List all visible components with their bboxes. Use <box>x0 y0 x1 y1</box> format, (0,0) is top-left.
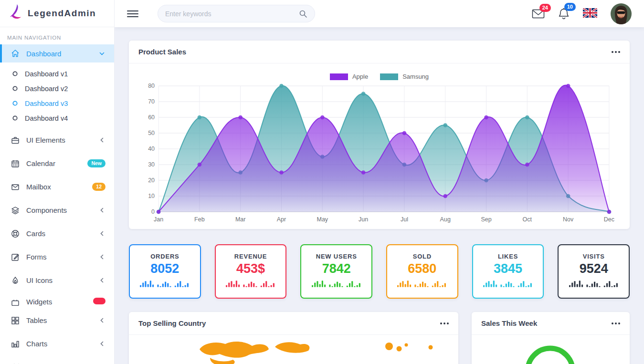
svg-text:20: 20 <box>148 177 155 184</box>
sub-item-label: Dashboard v1 <box>25 70 68 78</box>
sidebar-item-dashboard-v4[interactable]: Dashboard v4 <box>0 111 114 125</box>
sidebar-item-dashboard[interactable]: Dashboard <box>0 44 114 62</box>
chart-area: Apple Samsung 01020304050607080JanFebMar… <box>129 63 630 229</box>
svg-text:70: 70 <box>148 98 155 105</box>
sidebar-item-label: Calendar <box>26 159 87 167</box>
envelope-icon <box>11 182 20 192</box>
sidebar-item-label: Widgets <box>26 298 93 306</box>
stat-card-revenue[interactable]: REVENUE 453$ <box>215 244 287 299</box>
sparkline-chart <box>483 279 533 287</box>
circle-icon <box>12 101 18 106</box>
stat-card-likes[interactable]: LIKES 3845 <box>472 244 544 299</box>
home-icon <box>11 49 20 58</box>
sidebar-item-calendar[interactable]: Calendar New <box>0 152 114 175</box>
svg-text:Oct: Oct <box>523 216 532 223</box>
sidebar-item-dashboard-v2[interactable]: Dashboard v2 <box>0 81 114 96</box>
sidebar-item-tables[interactable]: Tables <box>0 309 114 332</box>
legend-item-apple: Apple <box>330 73 368 80</box>
messages-button[interactable]: 24 <box>532 9 545 19</box>
calendar-new-badge: New <box>87 159 106 167</box>
bottom-row: Top Selling Country <box>129 312 630 364</box>
ellipsis-menu-icon[interactable] <box>610 51 620 53</box>
chevron-left-icon <box>98 230 106 237</box>
ellipsis-menu-icon[interactable] <box>610 322 620 324</box>
map-icon <box>11 363 20 364</box>
stats-row: ORDERS 8052 REVENUE 453$ NEW USERS 7842 … <box>129 244 630 299</box>
sidebar-item-charts[interactable]: Charts <box>0 332 114 355</box>
chart-legend: Apple Samsung <box>137 73 622 80</box>
dashboard-sub-menu: Dashboard v1 Dashboard v2 Dashboard v3 D… <box>0 66 114 125</box>
notifications-count-badge: 10 <box>564 3 576 11</box>
svg-text:10: 10 <box>148 193 155 199</box>
stat-value: 8052 <box>130 261 200 276</box>
sidebar-item-mailbox[interactable]: Mailbox 12 <box>0 175 114 198</box>
sidebar-item-cards[interactable]: Cards <box>0 222 114 245</box>
svg-text:Jan: Jan <box>154 216 163 223</box>
svg-text:May: May <box>317 216 328 223</box>
stat-value: 7842 <box>301 261 371 276</box>
sidebar-item-dashboard-v1[interactable]: Dashboard v1 <box>0 66 114 81</box>
chevron-left-icon <box>98 317 106 324</box>
card-title: Sales This Week <box>481 319 537 327</box>
chevron-left-icon <box>98 277 106 284</box>
main-content: Product Sales Apple Samsung 010203040506… <box>115 27 644 364</box>
sidebar-item-label: UI Elements <box>26 136 98 144</box>
svg-text:Nov: Nov <box>563 216 574 223</box>
nav-section-label: MAIN NAVIGATION <box>0 27 114 44</box>
sidebar-item-dashboard-v3[interactable]: Dashboard v3 <box>0 96 114 111</box>
sidebar: LegendAdmin MAIN NAVIGATION Dashboard Da… <box>0 0 115 364</box>
legend-swatch-apple <box>330 73 348 80</box>
bar-chart-icon <box>11 339 20 349</box>
stat-card-new-users[interactable]: NEW USERS 7842 <box>300 244 372 299</box>
svg-text:0: 0 <box>151 208 155 215</box>
stat-value: 6580 <box>387 261 457 276</box>
sidebar-item-widgets[interactable]: Widgets <box>0 296 114 306</box>
sparkline-chart <box>312 279 361 287</box>
mailbox-count-badge: 12 <box>92 183 106 191</box>
legend-swatch-samsung <box>380 73 398 80</box>
sidebar-item-ui-icons[interactable]: UI Icons <box>0 269 114 292</box>
svg-text:40: 40 <box>148 146 155 152</box>
chevron-left-icon <box>98 207 106 214</box>
hamburger-menu-icon[interactable] <box>127 9 138 19</box>
main-navigation: Dashboard Dashboard v1 Dashboard v2 Dash… <box>0 44 114 364</box>
edit-icon <box>11 252 20 262</box>
svg-text:50: 50 <box>148 130 155 136</box>
sidebar-item-label: Charts <box>26 340 98 348</box>
logo-bar[interactable]: LegendAdmin <box>0 0 114 27</box>
stat-card-orders[interactable]: ORDERS 8052 <box>129 244 201 299</box>
top-bar: 24 10 <box>115 0 644 27</box>
sidebar-item-label: Tables <box>26 316 98 324</box>
ellipsis-menu-icon[interactable] <box>439 322 449 324</box>
sidebar-item-partial[interactable] <box>0 355 114 364</box>
uk-flag-icon[interactable] <box>583 8 597 20</box>
svg-text:Apr: Apr <box>277 216 286 223</box>
stat-card-sold[interactable]: SOLD 6580 <box>386 244 458 299</box>
stat-card-visits[interactable]: VISITS 9524 <box>558 244 630 299</box>
sidebar-item-label: Forms <box>26 253 98 261</box>
sidebar-item-ui-elements[interactable]: UI Elements <box>0 128 114 152</box>
legend-item-samsung: Samsung <box>380 73 429 80</box>
sparkline-chart <box>226 279 275 287</box>
calendar-icon <box>11 159 20 168</box>
sub-item-label: Dashboard v4 <box>25 114 68 122</box>
product-sales-card: Product Sales Apple Samsung 010203040506… <box>129 41 630 229</box>
notifications-button[interactable]: 10 <box>558 8 570 20</box>
svg-text:Sep: Sep <box>481 216 491 223</box>
card-title: Product Sales <box>138 48 186 56</box>
circle-icon <box>12 115 18 121</box>
search-bar[interactable] <box>158 5 315 22</box>
briefcase-icon <box>11 135 20 145</box>
sidebar-item-components[interactable]: Components <box>0 198 114 222</box>
sparkline-chart <box>569 279 619 287</box>
top-selling-country-card: Top Selling Country <box>129 312 458 364</box>
sidebar-item-label: Mailbox <box>26 183 92 191</box>
layers-icon <box>11 206 20 215</box>
search-icon[interactable] <box>299 10 307 18</box>
sidebar-item-label: Components <box>26 206 98 214</box>
svg-text:60: 60 <box>148 114 155 121</box>
search-input[interactable] <box>165 10 299 18</box>
user-avatar[interactable] <box>611 3 632 24</box>
sidebar-item-forms[interactable]: Forms <box>0 245 114 269</box>
top-bar-actions: 24 10 <box>532 3 632 24</box>
